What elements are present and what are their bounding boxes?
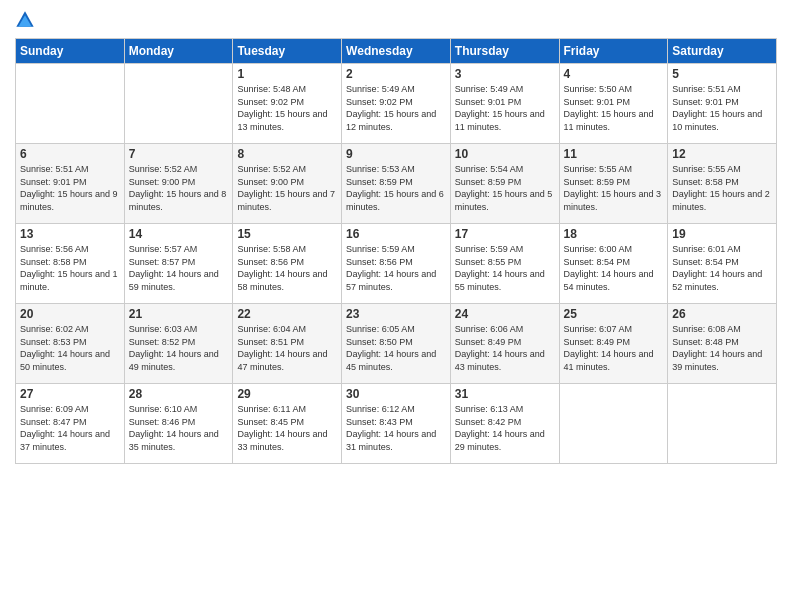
day-info: Sunrise: 6:09 AM Sunset: 8:47 PM Dayligh… xyxy=(20,403,120,453)
week-row-5: 27Sunrise: 6:09 AM Sunset: 8:47 PM Dayli… xyxy=(16,384,777,464)
calendar-cell: 6Sunrise: 5:51 AM Sunset: 9:01 PM Daylig… xyxy=(16,144,125,224)
day-number: 30 xyxy=(346,387,446,401)
calendar-cell: 17Sunrise: 5:59 AM Sunset: 8:55 PM Dayli… xyxy=(450,224,559,304)
day-info: Sunrise: 5:57 AM Sunset: 8:57 PM Dayligh… xyxy=(129,243,229,293)
day-info: Sunrise: 6:11 AM Sunset: 8:45 PM Dayligh… xyxy=(237,403,337,453)
day-number: 15 xyxy=(237,227,337,241)
day-number: 10 xyxy=(455,147,555,161)
day-info: Sunrise: 5:48 AM Sunset: 9:02 PM Dayligh… xyxy=(237,83,337,133)
week-row-4: 20Sunrise: 6:02 AM Sunset: 8:53 PM Dayli… xyxy=(16,304,777,384)
calendar-cell: 20Sunrise: 6:02 AM Sunset: 8:53 PM Dayli… xyxy=(16,304,125,384)
calendar-cell xyxy=(559,384,668,464)
day-info: Sunrise: 6:02 AM Sunset: 8:53 PM Dayligh… xyxy=(20,323,120,373)
week-row-3: 13Sunrise: 5:56 AM Sunset: 8:58 PM Dayli… xyxy=(16,224,777,304)
calendar-cell: 14Sunrise: 5:57 AM Sunset: 8:57 PM Dayli… xyxy=(124,224,233,304)
day-info: Sunrise: 6:03 AM Sunset: 8:52 PM Dayligh… xyxy=(129,323,229,373)
calendar-cell: 30Sunrise: 6:12 AM Sunset: 8:43 PM Dayli… xyxy=(342,384,451,464)
calendar-cell: 21Sunrise: 6:03 AM Sunset: 8:52 PM Dayli… xyxy=(124,304,233,384)
day-info: Sunrise: 5:52 AM Sunset: 9:00 PM Dayligh… xyxy=(237,163,337,213)
day-number: 22 xyxy=(237,307,337,321)
header xyxy=(15,10,777,30)
day-number: 17 xyxy=(455,227,555,241)
week-row-1: 1Sunrise: 5:48 AM Sunset: 9:02 PM Daylig… xyxy=(16,64,777,144)
day-info: Sunrise: 5:55 AM Sunset: 8:59 PM Dayligh… xyxy=(564,163,664,213)
calendar-cell: 27Sunrise: 6:09 AM Sunset: 8:47 PM Dayli… xyxy=(16,384,125,464)
day-number: 1 xyxy=(237,67,337,81)
day-info: Sunrise: 5:53 AM Sunset: 8:59 PM Dayligh… xyxy=(346,163,446,213)
day-info: Sunrise: 5:50 AM Sunset: 9:01 PM Dayligh… xyxy=(564,83,664,133)
weekday-header-friday: Friday xyxy=(559,39,668,64)
day-info: Sunrise: 6:05 AM Sunset: 8:50 PM Dayligh… xyxy=(346,323,446,373)
day-number: 31 xyxy=(455,387,555,401)
day-info: Sunrise: 5:58 AM Sunset: 8:56 PM Dayligh… xyxy=(237,243,337,293)
day-number: 18 xyxy=(564,227,664,241)
day-info: Sunrise: 5:52 AM Sunset: 9:00 PM Dayligh… xyxy=(129,163,229,213)
weekday-header-saturday: Saturday xyxy=(668,39,777,64)
calendar-cell: 31Sunrise: 6:13 AM Sunset: 8:42 PM Dayli… xyxy=(450,384,559,464)
weekday-header-thursday: Thursday xyxy=(450,39,559,64)
calendar-cell: 10Sunrise: 5:54 AM Sunset: 8:59 PM Dayli… xyxy=(450,144,559,224)
day-number: 19 xyxy=(672,227,772,241)
day-info: Sunrise: 5:51 AM Sunset: 9:01 PM Dayligh… xyxy=(672,83,772,133)
calendar-cell: 22Sunrise: 6:04 AM Sunset: 8:51 PM Dayli… xyxy=(233,304,342,384)
calendar-cell: 26Sunrise: 6:08 AM Sunset: 8:48 PM Dayli… xyxy=(668,304,777,384)
day-number: 7 xyxy=(129,147,229,161)
day-info: Sunrise: 6:13 AM Sunset: 8:42 PM Dayligh… xyxy=(455,403,555,453)
weekday-header-row: SundayMondayTuesdayWednesdayThursdayFrid… xyxy=(16,39,777,64)
weekday-header-wednesday: Wednesday xyxy=(342,39,451,64)
day-number: 13 xyxy=(20,227,120,241)
calendar-table: SundayMondayTuesdayWednesdayThursdayFrid… xyxy=(15,38,777,464)
day-info: Sunrise: 6:00 AM Sunset: 8:54 PM Dayligh… xyxy=(564,243,664,293)
day-number: 29 xyxy=(237,387,337,401)
calendar-cell: 9Sunrise: 5:53 AM Sunset: 8:59 PM Daylig… xyxy=(342,144,451,224)
weekday-header-sunday: Sunday xyxy=(16,39,125,64)
calendar-cell: 4Sunrise: 5:50 AM Sunset: 9:01 PM Daylig… xyxy=(559,64,668,144)
day-number: 20 xyxy=(20,307,120,321)
calendar-cell xyxy=(668,384,777,464)
day-number: 11 xyxy=(564,147,664,161)
calendar-cell: 24Sunrise: 6:06 AM Sunset: 8:49 PM Dayli… xyxy=(450,304,559,384)
day-info: Sunrise: 6:08 AM Sunset: 8:48 PM Dayligh… xyxy=(672,323,772,373)
weekday-header-tuesday: Tuesday xyxy=(233,39,342,64)
calendar-cell: 25Sunrise: 6:07 AM Sunset: 8:49 PM Dayli… xyxy=(559,304,668,384)
day-number: 8 xyxy=(237,147,337,161)
day-info: Sunrise: 6:01 AM Sunset: 8:54 PM Dayligh… xyxy=(672,243,772,293)
calendar-cell: 8Sunrise: 5:52 AM Sunset: 9:00 PM Daylig… xyxy=(233,144,342,224)
calendar-cell: 12Sunrise: 5:55 AM Sunset: 8:58 PM Dayli… xyxy=(668,144,777,224)
calendar-cell: 5Sunrise: 5:51 AM Sunset: 9:01 PM Daylig… xyxy=(668,64,777,144)
weekday-header-monday: Monday xyxy=(124,39,233,64)
logo xyxy=(15,10,37,30)
calendar-cell: 3Sunrise: 5:49 AM Sunset: 9:01 PM Daylig… xyxy=(450,64,559,144)
calendar-cell: 29Sunrise: 6:11 AM Sunset: 8:45 PM Dayli… xyxy=(233,384,342,464)
page: SundayMondayTuesdayWednesdayThursdayFrid… xyxy=(0,0,792,612)
week-row-2: 6Sunrise: 5:51 AM Sunset: 9:01 PM Daylig… xyxy=(16,144,777,224)
day-number: 12 xyxy=(672,147,772,161)
calendar-cell: 23Sunrise: 6:05 AM Sunset: 8:50 PM Dayli… xyxy=(342,304,451,384)
calendar-cell: 13Sunrise: 5:56 AM Sunset: 8:58 PM Dayli… xyxy=(16,224,125,304)
day-info: Sunrise: 5:51 AM Sunset: 9:01 PM Dayligh… xyxy=(20,163,120,213)
day-number: 14 xyxy=(129,227,229,241)
calendar-cell: 1Sunrise: 5:48 AM Sunset: 9:02 PM Daylig… xyxy=(233,64,342,144)
day-number: 5 xyxy=(672,67,772,81)
calendar-cell xyxy=(16,64,125,144)
day-number: 25 xyxy=(564,307,664,321)
calendar-cell: 18Sunrise: 6:00 AM Sunset: 8:54 PM Dayli… xyxy=(559,224,668,304)
calendar-cell: 11Sunrise: 5:55 AM Sunset: 8:59 PM Dayli… xyxy=(559,144,668,224)
day-info: Sunrise: 6:10 AM Sunset: 8:46 PM Dayligh… xyxy=(129,403,229,453)
day-info: Sunrise: 5:56 AM Sunset: 8:58 PM Dayligh… xyxy=(20,243,120,293)
day-info: Sunrise: 5:49 AM Sunset: 9:01 PM Dayligh… xyxy=(455,83,555,133)
day-number: 16 xyxy=(346,227,446,241)
day-info: Sunrise: 6:06 AM Sunset: 8:49 PM Dayligh… xyxy=(455,323,555,373)
calendar-cell: 2Sunrise: 5:49 AM Sunset: 9:02 PM Daylig… xyxy=(342,64,451,144)
calendar-cell: 15Sunrise: 5:58 AM Sunset: 8:56 PM Dayli… xyxy=(233,224,342,304)
day-number: 27 xyxy=(20,387,120,401)
day-number: 9 xyxy=(346,147,446,161)
day-info: Sunrise: 5:59 AM Sunset: 8:55 PM Dayligh… xyxy=(455,243,555,293)
day-info: Sunrise: 5:55 AM Sunset: 8:58 PM Dayligh… xyxy=(672,163,772,213)
day-info: Sunrise: 6:07 AM Sunset: 8:49 PM Dayligh… xyxy=(564,323,664,373)
calendar-cell: 16Sunrise: 5:59 AM Sunset: 8:56 PM Dayli… xyxy=(342,224,451,304)
day-number: 6 xyxy=(20,147,120,161)
day-number: 28 xyxy=(129,387,229,401)
day-number: 4 xyxy=(564,67,664,81)
day-number: 26 xyxy=(672,307,772,321)
